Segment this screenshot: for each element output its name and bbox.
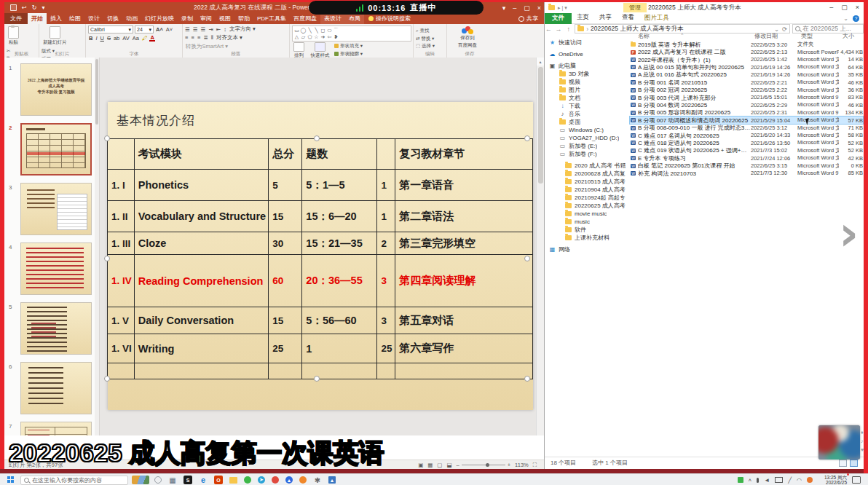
table-cell[interactable]: 1. VI	[108, 334, 135, 363]
ppt-tab-16[interactable]: 布局	[345, 13, 364, 24]
new-slide-button[interactable]: 新建幻灯片	[43, 26, 67, 46]
fit-slide-icon[interactable]: ⛶	[533, 462, 537, 469]
nav-item[interactable]: ↓下载	[545, 102, 630, 110]
app-red-icon[interactable]	[272, 476, 279, 484]
pen-icon[interactable]: ╱	[788, 477, 792, 484]
slide-thumbnail-1[interactable]: 2022 上海师范大学继续教育学院成人高考专升本阶段 复习视频	[20, 63, 92, 116]
column-header-col-size[interactable]: 大小	[843, 32, 854, 40]
slide-thumbnail-4[interactable]	[20, 242, 92, 295]
column-header-col-type[interactable]: 类型	[801, 32, 813, 40]
nav-item[interactable]: ▦网络	[545, 245, 630, 253]
strikethrough-button[interactable]: S	[106, 35, 111, 42]
table-cell[interactable]: 第六章写作	[395, 334, 533, 363]
nav-item[interactable]: ★快速访问	[545, 39, 630, 47]
italic-button[interactable]: I	[95, 35, 98, 42]
shadow-button[interactable]: ab	[113, 35, 120, 42]
table-header-cell[interactable]	[108, 139, 135, 170]
table-cell[interactable]: 15：6—20	[302, 201, 377, 232]
action-center-icon[interactable]	[852, 476, 861, 484]
reading-view-icon[interactable]: ▢	[437, 462, 442, 468]
shrink-font-icon[interactable]: A˅	[165, 26, 173, 33]
file-row[interactable]: WB 分项 008-009-010 一般 进行 完成时态3 20...2022/…	[630, 124, 863, 131]
nav-item[interactable]: 视频	[545, 78, 630, 86]
table-cell[interactable]: 2	[377, 232, 395, 255]
table-cell[interactable]: 3	[377, 255, 395, 307]
normal-view-icon[interactable]: ▣	[418, 462, 423, 468]
ppt-tab-5[interactable]: 设计	[84, 13, 103, 24]
table-cell[interactable]: 20：36—55	[302, 255, 377, 307]
table-cell[interactable]	[395, 363, 533, 379]
file-row[interactable]: W2022年课程表（专升本）(1)2022/6/25 1:42Microsoft…	[630, 56, 863, 63]
table-cell[interactable]: 1. II	[108, 201, 135, 232]
table-cell[interactable]: 30	[269, 232, 302, 255]
nav-item[interactable]: 20210904 成人高考	[545, 186, 630, 194]
slide-heading[interactable]: 基本情况介绍	[117, 112, 195, 129]
display-icon[interactable]	[775, 477, 783, 483]
explorer-tab-1[interactable]: 文件	[545, 13, 572, 24]
nav-item[interactable]: ▭Windows (C:)	[545, 126, 630, 134]
obs-icon[interactable]: S	[184, 476, 192, 484]
table-cell[interactable]: Phonetics	[134, 170, 268, 201]
table-cell[interactable]: 15	[269, 307, 302, 334]
taskview-icon[interactable]: ▦	[168, 476, 177, 484]
find-button[interactable]: ⌕ 查找	[416, 28, 435, 34]
nav-item[interactable]: 20210515 成人高考	[545, 178, 630, 186]
up-icon[interactable]: ↑	[564, 25, 572, 33]
table-cell[interactable]: 第一章语音	[395, 170, 533, 201]
weather-widget[interactable]	[132, 476, 149, 484]
table-cell[interactable]	[269, 363, 302, 379]
text-direction-button[interactable]: 文字方向 ▾	[229, 25, 256, 33]
table-cell[interactable]: Writing	[134, 334, 268, 363]
selection-handle[interactable]	[524, 256, 530, 261]
nav-item[interactable]: movie music	[545, 210, 630, 218]
table-cell[interactable]	[302, 363, 377, 379]
cortana-icon[interactable]	[154, 476, 162, 484]
nav-item[interactable]: ♪音乐	[545, 110, 630, 118]
table-cell[interactable]: 5：56—60	[302, 307, 377, 334]
table-header-cell[interactable]: 题数	[302, 139, 377, 170]
table-cell[interactable]: Cloze	[134, 232, 268, 255]
slide-thumbnail-2[interactable]	[20, 123, 92, 176]
file-row[interactable]: P2022 成人高考复习 在线课程 二版2022/6/25 2:13Micros…	[630, 48, 863, 55]
table-cell[interactable]: 60	[269, 255, 302, 307]
explorer-maximize-button[interactable]: ▢	[841, 4, 848, 11]
mic-icon[interactable]	[757, 478, 759, 483]
table-cell[interactable]: 5：1—5	[302, 170, 377, 201]
explorer-icon[interactable]	[229, 477, 237, 484]
details-view-icon[interactable]	[839, 460, 847, 467]
table-cell[interactable]: 5	[269, 170, 302, 201]
table-cell[interactable]: 1. V	[108, 307, 135, 334]
office-icon[interactable]: O	[214, 476, 223, 484]
table-cell[interactable]: Daily Conversation	[134, 307, 268, 334]
selection-handle[interactable]	[314, 135, 320, 141]
wechat-icon[interactable]	[244, 476, 251, 484]
selection-handle[interactable]	[314, 376, 320, 382]
ppt-tab-11[interactable]: 视图	[216, 13, 234, 24]
volume-icon[interactable]: ◄	[764, 477, 770, 484]
file-row[interactable]: WB 分项 001 名词 202105152022/6/25 2:21Micro…	[630, 79, 863, 86]
selection-handle[interactable]	[524, 135, 530, 141]
table-cell[interactable]: Vocabulary and Structure	[134, 201, 268, 232]
ppt-tab-3[interactable]: 插入	[47, 13, 66, 24]
file-row[interactable]: WB 分项 002 冠词 202206252022/6/25 2:22Micro…	[630, 86, 863, 93]
select-button[interactable]: ⬚ 选择 ▾	[416, 43, 435, 50]
file-row[interactable]: WB 分项 005 形容词和副词 202206252022/6/25 2:31M…	[630, 109, 863, 117]
nav-item[interactable]: 文档	[545, 94, 630, 102]
table-cell[interactable]	[377, 363, 395, 379]
save-to-baidu-netdisk-button[interactable]: 保存到 百度网盘	[458, 26, 477, 49]
ppt-maximize-button[interactable]: ▢	[524, 4, 530, 12]
ppt-tab-15[interactable]: 表设计	[320, 13, 345, 24]
start-button[interactable]	[7, 476, 15, 484]
taskbar-search-box[interactable]: 在这里输入你要搜索的内容	[20, 476, 128, 485]
nav-item[interactable]: 20220625 成人高考	[545, 202, 630, 210]
font-size-select[interactable]: 24▾	[135, 25, 154, 33]
file-row[interactable]: W白板 笔记 20220625 第01次课程 开始2022/6/25 3:15M…	[630, 162, 863, 169]
file-row[interactable]: W补充 构词法 202107032021/7/3 12:30Microsoft …	[630, 170, 863, 177]
ppt-tab-4[interactable]: 绘图	[66, 13, 84, 24]
scroll-up-icon[interactable]: ▲	[537, 58, 544, 66]
wifi-icon[interactable]: ◠	[797, 477, 802, 484]
back-icon[interactable]: ←	[545, 25, 553, 33]
ppt-ribbon-display-icon[interactable]: ▾	[502, 4, 506, 12]
bullets-icon[interactable]: ☰ ☰ ☰ ⇥ ⇤ ↕	[185, 26, 227, 33]
ppt-tab-14[interactable]: 百度网盘	[290, 13, 320, 24]
